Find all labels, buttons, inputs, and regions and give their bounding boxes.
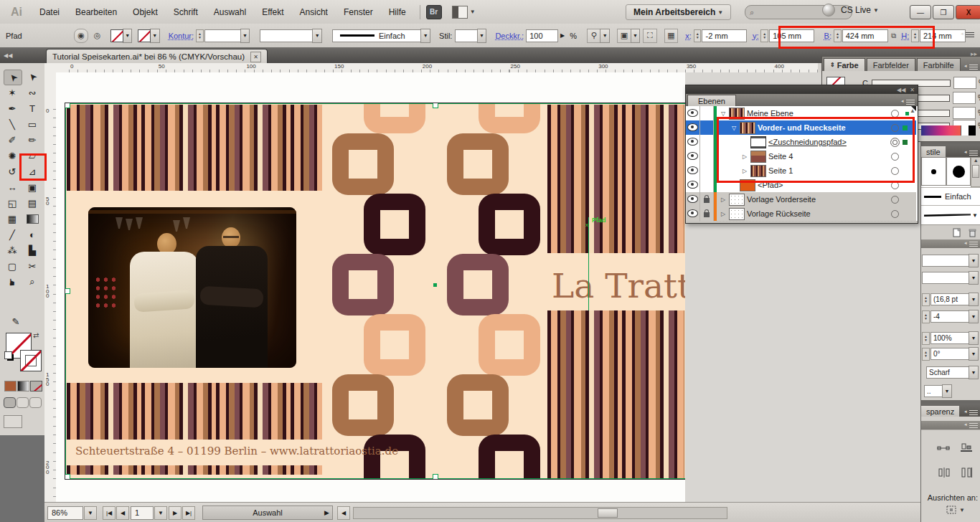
eye-icon[interactable] <box>687 152 698 160</box>
tracking-dropdown[interactable]: ▼ <box>969 310 979 323</box>
control-panel-menu-icon[interactable] <box>966 32 974 39</box>
constrain-link-icon[interactable]: ⧉ <box>891 32 896 40</box>
horizontal-scrollbar-thumb[interactable] <box>598 508 618 518</box>
last-artboard-button[interactable]: ▶| <box>182 506 195 520</box>
brush-definition-field[interactable] <box>260 29 313 42</box>
opacity-expand-arrow[interactable]: ▶ <box>560 32 565 39</box>
stroke-dropdown[interactable]: ▼ <box>150 29 160 43</box>
color-spectrum-bar[interactable] <box>921 125 976 136</box>
scroll-up-icon[interactable]: ▲ <box>971 158 980 163</box>
tools-collapse-icon[interactable]: ◀◀ <box>0 47 48 63</box>
disclosure-triangle[interactable]: ▷ <box>720 196 727 203</box>
fill-swatch-none[interactable] <box>110 29 123 42</box>
disclosure-triangle[interactable]: ▷ <box>741 168 748 174</box>
y-field[interactable]: 105 mm <box>769 29 814 42</box>
eye-icon[interactable] <box>687 109 698 117</box>
align-panel-menu-icon[interactable] <box>969 423 978 430</box>
y-link[interactable]: y: <box>753 32 759 40</box>
draw-inside-mode-button[interactable] <box>29 397 42 408</box>
tracking-stepper[interactable]: ▲▼ <box>922 310 930 323</box>
prev-artboard-button[interactable]: ◀ <box>116 506 129 520</box>
recolor-icon[interactable]: ⛶ <box>643 29 656 43</box>
menu-auswahl[interactable]: Auswahl <box>206 4 254 20</box>
tab-farbhilfe[interactable]: Farbhilfe <box>917 58 961 71</box>
stroke-weight-stepper[interactable]: ▲▼ <box>196 29 204 42</box>
deckkraft-link[interactable]: Deckkr.: <box>495 32 524 40</box>
horizontal-scrollbar[interactable] <box>353 507 727 519</box>
layers-panel-window[interactable]: ◀◀ ✕ Ebenen ▽Meine Ebene▲▽Vorder- und Ru… <box>685 85 918 224</box>
target-circle-icon[interactable] <box>890 138 900 147</box>
layers-window-titlebar[interactable]: ◀◀ ✕ <box>686 85 918 94</box>
align-to-selector[interactable]: ▼ <box>946 505 965 515</box>
antialias-dropdown[interactable]: ▼ <box>969 366 979 379</box>
rectangle-tool-icon[interactable]: ▭ <box>24 117 41 131</box>
color-panel-menu-icon[interactable] <box>969 65 978 71</box>
menu-ansicht[interactable]: Ansicht <box>292 4 336 20</box>
symbol-sprayer-tool-icon[interactable]: ⁂ <box>4 243 21 257</box>
default-fill-stroke-icon[interactable] <box>4 351 12 359</box>
rotation-field[interactable]: 0° <box>930 348 969 360</box>
status-display[interactable]: Auswahl ▶ <box>202 506 333 520</box>
zoom-dropdown[interactable]: ▼ <box>84 506 97 520</box>
selection-handle[interactable] <box>65 103 70 108</box>
menu-schrift[interactable]: Schrift <box>166 4 206 20</box>
channel-y-field[interactable] <box>953 107 976 119</box>
eraser-tool-icon[interactable]: ▱ <box>24 148 41 163</box>
vertical-ruler[interactable]: 05 01 0 01 5 02 0 0 <box>44 72 57 502</box>
layer-row-5[interactable]: ▷Seite 1 <box>686 163 916 179</box>
scale-tool-icon[interactable]: ⊿ <box>24 164 41 179</box>
kontur-link[interactable]: Kontur: <box>169 32 194 40</box>
tab-farbfelder[interactable]: Farbfelder <box>867 58 915 71</box>
document-tab[interactable]: Tutorial Speisekarten.ai* bei 86 % (CMYK… <box>46 49 268 64</box>
stroke-color-none-swatch[interactable] <box>20 350 42 371</box>
scale-stepper[interactable]: ▲▼ <box>922 332 930 345</box>
layer-row-7[interactable]: ▷Vorlage Vorderseite <box>686 192 916 207</box>
shape-mode2-icon[interactable]: ◎ <box>91 29 103 42</box>
layer-row-3[interactable]: <Zuschneidungspfad> <box>686 135 916 150</box>
draw-behind-mode-button[interactable] <box>17 397 29 408</box>
slice-tool-icon[interactable]: ✂ <box>24 259 41 273</box>
disclosure-triangle[interactable]: ▷ <box>720 211 727 217</box>
selection-handle[interactable] <box>65 288 70 294</box>
arrange-documents-icon[interactable] <box>452 6 468 19</box>
eye-icon[interactable] <box>687 195 698 203</box>
blend-tool-icon[interactable]: ◐ <box>24 227 41 242</box>
brush-item-einfach[interactable]: Einfach <box>921 187 980 205</box>
scroll-down-icon[interactable]: ▼ <box>972 212 978 219</box>
draw-tool-icon[interactable]: ✎ <box>7 314 24 328</box>
lock-icon[interactable] <box>704 198 710 203</box>
disclosure-triangle[interactable]: ▷ <box>741 153 748 160</box>
distribute-hspace-icon[interactable] <box>938 468 950 479</box>
select-similar-icon[interactable]: ⚲ <box>587 29 600 43</box>
antialias-field[interactable]: Scharf <box>926 366 969 379</box>
menu-effekt[interactable]: Effekt <box>254 4 291 20</box>
brushes-scrollbar[interactable]: ▲ <box>971 157 980 187</box>
rotation-stepper[interactable]: ▲▼ <box>922 348 930 361</box>
target-circle-icon[interactable] <box>891 153 899 161</box>
layer-label[interactable]: Vorlage Rückseite <box>747 209 811 218</box>
width-field[interactable]: 424 mm <box>842 29 888 42</box>
direct-selection-tool-icon[interactable]: ➤ <box>24 70 41 84</box>
font-style-field[interactable] <box>922 272 969 284</box>
tracking-field[interactable]: -4 <box>930 310 969 323</box>
tab-ebenen[interactable]: Ebenen <box>687 95 736 106</box>
disclosure-triangle[interactable]: ▽ <box>720 110 727 117</box>
selection-handle[interactable] <box>433 474 438 480</box>
layer-row-6[interactable]: <Pfad> <box>686 178 916 193</box>
scale-field[interactable]: 100% <box>930 332 969 344</box>
menu-datei[interactable]: Datei <box>32 4 67 20</box>
language-dropdown[interactable]: ▼ <box>942 384 952 398</box>
artboard-number-field[interactable]: 1 <box>131 506 154 520</box>
menu-hilfe[interactable]: Hilfe <box>381 4 414 20</box>
tab-close-icon[interactable]: ✕ <box>250 52 261 62</box>
layer-label[interactable]: Vorder- und Rueckseite <box>758 123 846 132</box>
b-link[interactable]: B: <box>824 32 831 40</box>
paintbrush-tool-icon[interactable]: ✐ <box>4 133 21 147</box>
pencil-tool-icon[interactable]: ✏ <box>24 133 41 147</box>
target-circle-icon[interactable] <box>891 210 899 218</box>
workspace-switcher[interactable]: Mein Arbeitsbereich ▼ <box>626 4 731 20</box>
scale-dropdown[interactable]: ▼ <box>969 331 979 345</box>
restaurant-photo[interactable] <box>88 207 296 368</box>
tab-stile[interactable]: stile <box>921 146 946 157</box>
spectrum-white[interactable] <box>961 125 969 136</box>
